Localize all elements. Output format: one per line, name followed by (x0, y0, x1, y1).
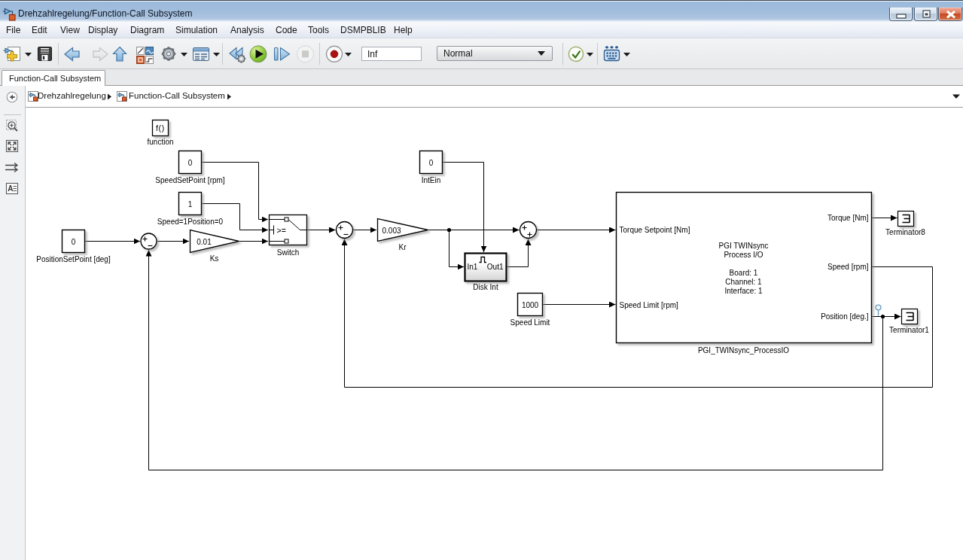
svg-text:SpeedSetPoint [rpm]: SpeedSetPoint [rpm] (155, 176, 224, 184)
svg-text:Terminator1: Terminator1 (889, 326, 929, 334)
svg-text:f(): f() (156, 123, 165, 132)
svg-text:Interface: 1: Interface: 1 (724, 287, 762, 295)
svg-text:0: 0 (72, 238, 76, 246)
svg-text:0.003: 0.003 (382, 227, 401, 235)
svg-text:Out1: Out1 (487, 263, 504, 271)
svg-text:function: function (147, 138, 173, 146)
svg-text:1: 1 (188, 200, 193, 208)
svg-text:Speed=1Position=0: Speed=1Position=0 (157, 218, 224, 226)
svg-text:0: 0 (188, 159, 193, 167)
svg-text:Speed Limit: Speed Limit (510, 318, 550, 327)
svg-text:PGI_TWINsync_ProcessIO: PGI_TWINsync_ProcessIO (698, 346, 789, 355)
svg-text:Ks: Ks (210, 254, 219, 263)
svg-text:Board: 1: Board: 1 (730, 269, 758, 277)
svg-text:Disk Int: Disk Int (473, 283, 498, 291)
svg-text:>=: >= (277, 226, 286, 235)
svg-text:Position [deg.]: Position [deg.] (821, 312, 869, 321)
svg-text:Channel: 1: Channel: 1 (725, 278, 762, 286)
svg-text:Speed [rpm]: Speed [rpm] (827, 263, 869, 271)
svg-text:Torque Setpoint [Nm]: Torque Setpoint [Nm] (620, 226, 690, 234)
svg-text:IntEin: IntEin (422, 176, 441, 184)
svg-text:0: 0 (429, 159, 434, 167)
svg-text:PGI TWINsync: PGI TWINsync (719, 242, 769, 250)
svg-text:PositionSetPoint [deg]: PositionSetPoint [deg] (36, 255, 111, 263)
svg-text:In1: In1 (468, 263, 478, 271)
svg-text:Terminator8: Terminator8 (885, 228, 925, 236)
svg-text:Switch: Switch (277, 248, 299, 257)
svg-text:1000: 1000 (522, 301, 539, 309)
svg-text:Torque [Nm]: Torque [Nm] (827, 214, 869, 222)
svg-text:Speed Limit [rpm]: Speed Limit [rpm] (620, 301, 679, 309)
svg-text:0.01: 0.01 (197, 238, 212, 246)
svg-text:Process I/O: Process I/O (724, 251, 763, 259)
svg-text:Kr: Kr (399, 243, 407, 251)
